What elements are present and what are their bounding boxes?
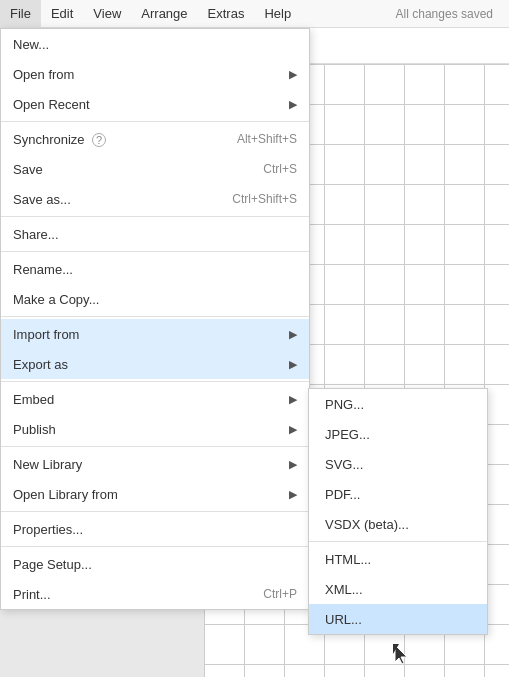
menu-save-as-label: Save as... bbox=[13, 192, 71, 207]
menu-export-as[interactable]: Export as ▶ bbox=[1, 349, 309, 379]
submenu-xml-label: XML... bbox=[325, 582, 363, 597]
menu-publish[interactable]: Publish ▶ bbox=[1, 414, 309, 444]
submenu-pdf[interactable]: PDF... bbox=[309, 479, 487, 509]
menu-file[interactable]: File bbox=[0, 0, 41, 27]
separator-6 bbox=[1, 446, 309, 447]
menu-open-library[interactable]: Open Library from ▶ bbox=[1, 479, 309, 509]
menu-open-recent[interactable]: Open Recent ▶ bbox=[1, 89, 309, 119]
separator-8 bbox=[1, 546, 309, 547]
menu-publish-arrow: ▶ bbox=[289, 423, 297, 436]
menu-share-label: Share... bbox=[13, 227, 59, 242]
menu-export-arrow: ▶ bbox=[289, 358, 297, 371]
submenu-pdf-label: PDF... bbox=[325, 487, 360, 502]
menu-new[interactable]: New... bbox=[1, 29, 309, 59]
menu-print[interactable]: Print... Ctrl+P bbox=[1, 579, 309, 609]
menu-properties[interactable]: Properties... bbox=[1, 514, 309, 544]
submenu-url-label: URL... bbox=[325, 612, 362, 627]
menu-new-library-arrow: ▶ bbox=[289, 458, 297, 471]
menu-import-label: Import from bbox=[13, 327, 79, 342]
submenu-png-label: PNG... bbox=[325, 397, 364, 412]
menu-bar: File Edit View Arrange Extras Help All c… bbox=[0, 0, 509, 28]
menu-open-from-arrow: ▶ bbox=[289, 68, 297, 81]
menu-save-as[interactable]: Save as... Ctrl+Shift+S bbox=[1, 184, 309, 214]
menu-embed-arrow: ▶ bbox=[289, 393, 297, 406]
menu-rename[interactable]: Rename... bbox=[1, 254, 309, 284]
menu-import-from[interactable]: Import from ▶ bbox=[1, 319, 309, 349]
menu-export-label: Export as bbox=[13, 357, 68, 372]
menu-open-from-label: Open from bbox=[13, 67, 74, 82]
submenu-svg-label: SVG... bbox=[325, 457, 363, 472]
submenu-vsdx[interactable]: VSDX (beta)... bbox=[309, 509, 487, 539]
menu-save-as-shortcut: Ctrl+Shift+S bbox=[232, 192, 297, 206]
sync-help-icon: ? bbox=[92, 133, 106, 147]
submenu-html-label: HTML... bbox=[325, 552, 371, 567]
menu-rename-label: Rename... bbox=[13, 262, 73, 277]
menu-properties-label: Properties... bbox=[13, 522, 83, 537]
menu-page-setup-label: Page Setup... bbox=[13, 557, 92, 572]
menu-embed[interactable]: Embed ▶ bbox=[1, 384, 309, 414]
submenu-svg[interactable]: SVG... bbox=[309, 449, 487, 479]
submenu-url[interactable]: URL... bbox=[309, 604, 487, 634]
menu-open-recent-label: Open Recent bbox=[13, 97, 90, 112]
menu-open-recent-arrow: ▶ bbox=[289, 98, 297, 111]
export-submenu: PNG... JPEG... SVG... PDF... VSDX (beta)… bbox=[308, 388, 488, 635]
submenu-jpeg-label: JPEG... bbox=[325, 427, 370, 442]
menu-new-library[interactable]: New Library ▶ bbox=[1, 449, 309, 479]
submenu-jpeg[interactable]: JPEG... bbox=[309, 419, 487, 449]
submenu-xml[interactable]: XML... bbox=[309, 574, 487, 604]
separator-3 bbox=[1, 251, 309, 252]
menu-help[interactable]: Help bbox=[254, 0, 301, 27]
separator-2 bbox=[1, 216, 309, 217]
menu-view[interactable]: View bbox=[83, 0, 131, 27]
menu-sync-shortcut: Alt+Shift+S bbox=[237, 132, 297, 146]
menu-open-library-label: Open Library from bbox=[13, 487, 118, 502]
menu-print-label: Print... bbox=[13, 587, 51, 602]
separator-5 bbox=[1, 381, 309, 382]
submenu-html[interactable]: HTML... bbox=[309, 544, 487, 574]
menu-open-library-arrow: ▶ bbox=[289, 488, 297, 501]
submenu-png[interactable]: PNG... bbox=[309, 389, 487, 419]
file-menu: New... Open from ▶ Open Recent ▶ Synchro… bbox=[0, 28, 310, 610]
menu-extras[interactable]: Extras bbox=[198, 0, 255, 27]
menu-save[interactable]: Save Ctrl+S bbox=[1, 154, 309, 184]
menu-open-from[interactable]: Open from ▶ bbox=[1, 59, 309, 89]
submenu-sep-1 bbox=[309, 541, 487, 542]
separator-7 bbox=[1, 511, 309, 512]
menu-import-arrow: ▶ bbox=[289, 328, 297, 341]
submenu-vsdx-label: VSDX (beta)... bbox=[325, 517, 409, 532]
separator-4 bbox=[1, 316, 309, 317]
menu-make-copy[interactable]: Make a Copy... bbox=[1, 284, 309, 314]
menu-share[interactable]: Share... bbox=[1, 219, 309, 249]
menu-embed-label: Embed bbox=[13, 392, 54, 407]
menu-publish-label: Publish bbox=[13, 422, 56, 437]
menu-page-setup[interactable]: Page Setup... bbox=[1, 549, 309, 579]
menu-new-label: New... bbox=[13, 37, 49, 52]
menu-print-shortcut: Ctrl+P bbox=[263, 587, 297, 601]
menu-sync-label: Synchronize ? bbox=[13, 132, 106, 147]
menu-save-shortcut: Ctrl+S bbox=[263, 162, 297, 176]
save-status: All changes saved bbox=[396, 7, 509, 21]
menu-arrange[interactable]: Arrange bbox=[131, 0, 197, 27]
menu-synchronize[interactable]: Synchronize ? Alt+Shift+S bbox=[1, 124, 309, 154]
separator-1 bbox=[1, 121, 309, 122]
menu-edit[interactable]: Edit bbox=[41, 0, 83, 27]
menu-save-label: Save bbox=[13, 162, 43, 177]
menu-new-library-label: New Library bbox=[13, 457, 82, 472]
menu-make-copy-label: Make a Copy... bbox=[13, 292, 99, 307]
